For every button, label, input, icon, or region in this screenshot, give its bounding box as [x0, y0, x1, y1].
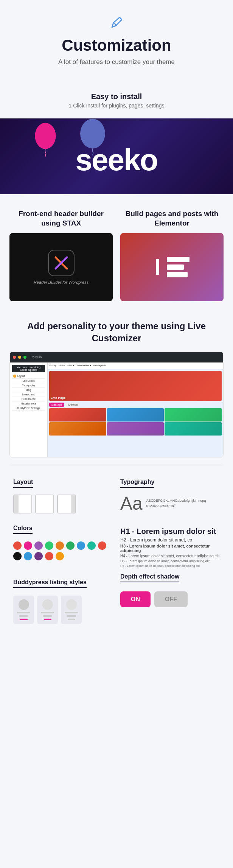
- easy-install-section: Easy to install 1 Click Install for plug…: [0, 85, 233, 118]
- swatch-red3[interactable]: [45, 552, 53, 560]
- customizer-bar-label: Publish: [32, 355, 42, 359]
- h6-preview: H6 - Lorem ipsum dolor sit amet, consect…: [120, 564, 220, 568]
- swatch-pink[interactable]: [24, 541, 32, 550]
- swatch-blue2[interactable]: [24, 552, 32, 560]
- left-sidebar-bar: [14, 495, 19, 513]
- layout-title: Layout: [13, 479, 33, 488]
- stax-label: Header Builder for Wordpress: [34, 280, 89, 285]
- layout-right-sidebar-icon[interactable]: [57, 495, 76, 513]
- headings-block: H1 - Lorem ipsum dolor sit H2 - Lorem ip…: [116, 519, 224, 573]
- swatch-blue[interactable]: [77, 541, 85, 550]
- stax-title: Front-end header builder using STAX: [9, 209, 113, 228]
- photo-thumb-2: [107, 408, 164, 422]
- maximize-dot: [23, 356, 26, 359]
- preview-photo-grid: [49, 408, 222, 436]
- customizer-section: Add personality to your theme using Live…: [0, 309, 233, 465]
- profile-name: Effie Pope: [51, 396, 65, 400]
- customizer-sidebar-header: You are customizing Seeko Options: [12, 365, 45, 372]
- layout-block: Layout: [9, 473, 116, 519]
- bp-line-9: [68, 619, 75, 620]
- hero-subtitle: A lot of features to customize your them…: [11, 58, 222, 66]
- stax-feature: Front-end header builder using STAX Head…: [9, 209, 113, 301]
- bp-avatar-3: [66, 599, 77, 610]
- easy-install-subtitle: 1 Click Install for plugins, pages, sett…: [11, 103, 222, 109]
- depth-block: Depth effect shadow ON OFF: [116, 573, 224, 630]
- sidebar-item-breadcrumb[interactable]: Breadcrumb: [12, 392, 45, 397]
- h1-preview: H1 - Lorem ipsum dolor sit: [120, 527, 220, 536]
- sidebar-item-buddypress[interactable]: BuddyPress Settings: [12, 406, 45, 411]
- layout-no-sidebar-icon[interactable]: [35, 495, 54, 513]
- layout-dot: [13, 375, 16, 378]
- buddypress-block: Buddypress listing styles: [9, 573, 116, 630]
- sidebar-item-typography[interactable]: Typography: [12, 383, 45, 388]
- mention-btn[interactable]: Mention: [66, 403, 80, 407]
- typography-preview: Aa ABCDEFGIJKLMNOabcdefghijklmnopq 01234…: [120, 495, 220, 513]
- swatch-purple[interactable]: [34, 541, 43, 550]
- seeko-banner: seeko: [0, 118, 233, 194]
- typography-block: Typography Aa ABCDEFGIJKLMNOabcdefghijkl…: [116, 473, 224, 519]
- swatch-black[interactable]: [13, 552, 22, 560]
- bp-line-5: [43, 615, 52, 617]
- preview-content: Effie Pope Message Mention: [48, 369, 223, 437]
- swatch-dark-purple[interactable]: [34, 552, 43, 560]
- h4-preview: H4 - Lorem ipsum dolor sit amet, consect…: [120, 554, 220, 558]
- layout-left-sidebar-icon[interactable]: [13, 495, 32, 513]
- stax-logo: [48, 250, 75, 276]
- bp-card-2: [37, 596, 58, 624]
- bp-card-3: [61, 596, 82, 624]
- swatch-green[interactable]: [45, 541, 53, 550]
- tab-notifications[interactable]: Notifications ●: [77, 364, 91, 367]
- bp-line-4: [41, 612, 54, 613]
- swatch-red2[interactable]: [98, 541, 106, 550]
- sidebar-item-layout[interactable]: Layout: [12, 374, 45, 379]
- toggle-off-button[interactable]: OFF: [154, 591, 188, 607]
- bp-line-2: [19, 615, 28, 617]
- minimize-dot: [18, 356, 21, 359]
- customizer-bar: Publish: [10, 352, 223, 362]
- bp-avatar-2: [42, 599, 53, 610]
- sidebar-item-performance[interactable]: Performance: [12, 397, 45, 401]
- bp-line-6: [44, 619, 51, 620]
- bp-card-1: [13, 596, 34, 624]
- depth-title: Depth effect shadow: [120, 573, 179, 582]
- right-main-area: [58, 495, 71, 513]
- profile-actions: Message Mention: [49, 403, 222, 407]
- close-dot: [13, 356, 16, 359]
- heading-preview: H1 - Lorem ipsum dolor sit H2 - Lorem ip…: [120, 527, 220, 568]
- tab-activity[interactable]: Activity: [49, 364, 56, 367]
- features-two-col: Front-end header builder using STAX Head…: [0, 194, 233, 309]
- swatch-teal[interactable]: [87, 541, 96, 550]
- customizer-sidebar-panel: You are customizing Seeko Options Layout…: [10, 362, 48, 457]
- colors-title: Colors: [13, 525, 33, 534]
- elementor-card: I: [120, 233, 224, 301]
- tab-sites[interactable]: Sites ●: [67, 364, 75, 367]
- swatch-dark-green[interactable]: [66, 541, 75, 550]
- buddypress-title: Buddypress listing styles: [13, 579, 87, 588]
- swatch-orange[interactable]: [56, 541, 64, 550]
- message-btn[interactable]: Message: [49, 403, 64, 407]
- elementor-feature: Build pages and posts with Elementor I: [120, 209, 224, 301]
- bp-line-7: [65, 612, 78, 613]
- swatch-red[interactable]: [13, 541, 22, 550]
- colors-block: Colors: [9, 519, 116, 573]
- tab-profile[interactable]: Profile: [59, 364, 65, 367]
- svg-point-0: [35, 123, 56, 149]
- swatch-yellow[interactable]: [56, 552, 64, 560]
- sidebar-item-site-colors[interactable]: Site Colors: [12, 379, 45, 383]
- sidebar-item-blog[interactable]: Blog: [12, 388, 45, 392]
- h3-preview: H3 - Lorem ipsum dolor sit amet, consect…: [120, 544, 220, 553]
- tab-messages[interactable]: Messages ●: [93, 364, 106, 367]
- toggle-on-button[interactable]: ON: [120, 591, 151, 607]
- bp-line-8: [67, 615, 76, 617]
- customizer-body: You are customizing Seeko Options Layout…: [10, 362, 223, 457]
- color-swatches: [13, 541, 113, 560]
- chars-line2: 0123456789£$%&°: [146, 504, 206, 509]
- left-main-area: [19, 495, 31, 513]
- customizer-screenshot: Publish You are customizing Seeko Option…: [9, 352, 224, 457]
- photo-thumb-5: [107, 422, 164, 436]
- h5-preview: H5 - Lorem ipsum dolor sit amet, consect…: [120, 559, 220, 563]
- bp-line-1: [17, 612, 30, 613]
- customizer-preview: Activity Profile Sites ● Notifications ●…: [48, 362, 223, 457]
- sidebar-item-misc[interactable]: Miscellaneous: [12, 401, 45, 406]
- page-title: Customization: [11, 36, 222, 54]
